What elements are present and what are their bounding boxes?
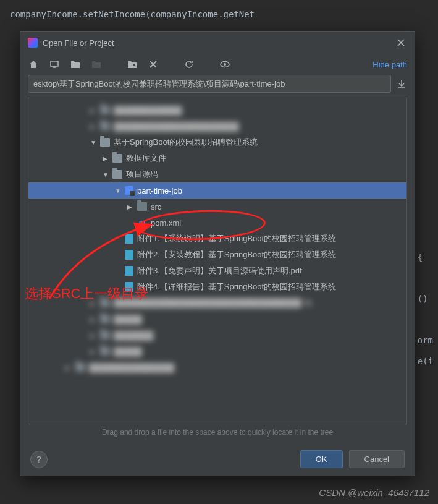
path-input[interactable] — [28, 75, 391, 93]
watermark: CSDN @weixin_46437112 — [319, 487, 429, 498]
tree-row-attachment[interactable]: ▶附件2.【安装教程】基于SpringBoot的校园招聘管理系统 — [28, 247, 406, 263]
tree-row-root[interactable]: ▼基于SpringBoot的校园兼职招聘管理系统 — [28, 134, 406, 150]
project-folder-icon[interactable] — [70, 59, 81, 70]
tree-row-blurred[interactable]: ▶█████ — [28, 343, 406, 359]
open-file-dialog: Open File or Project — [20, 31, 415, 476]
button-row: ? OK Cancel — [20, 443, 415, 476]
tree-row-src[interactable]: ▶src — [28, 199, 406, 215]
desktop-icon[interactable] — [49, 59, 60, 70]
tree-row-blurred[interactable]: ▶█████ — [28, 311, 406, 327]
svg-rect-0 — [51, 61, 58, 66]
module-folder-icon[interactable] — [91, 59, 102, 70]
file-tree[interactable]: ▶████████████ ▶██████████████████████ ▼基… — [28, 98, 407, 424]
background-code: companyIncome.setNetIncome(companyIncome… — [0, 0, 438, 28]
tree-label: 项目源码 — [126, 169, 158, 180]
doc-icon — [125, 266, 133, 276]
toolbar: Hide path — [20, 54, 415, 75]
refresh-icon[interactable] — [183, 59, 195, 70]
ok-button[interactable]: OK — [300, 450, 343, 468]
tree-label: 基于SpringBoot的校园兼职招聘管理系统 — [114, 137, 258, 148]
tree-label: 附件1.【系统说明】基于SpringBoot的校园招聘管理系统 — [137, 233, 336, 244]
tree-row-blurred[interactable]: ▶███████████████ — [28, 359, 406, 375]
doc-icon — [125, 282, 133, 292]
svg-point-2 — [224, 63, 226, 66]
tree-label: 数据库文件 — [126, 153, 166, 164]
tree-row-blurred[interactable]: ▶██████████████████████ — [28, 118, 406, 134]
code-line: companyIncome.setNetIncome(companyIncome… — [10, 7, 428, 21]
maven-icon: m — [137, 218, 147, 228]
home-icon[interactable] — [28, 59, 39, 70]
doc-icon — [125, 250, 133, 260]
tree-row-db[interactable]: ▶数据库文件 — [28, 150, 406, 166]
tree-label: src — [151, 202, 161, 211]
tree-label: pom.xml — [151, 218, 181, 228]
tree-row-pom[interactable]: ▶mpom.xml — [28, 215, 406, 231]
help-button[interactable]: ? — [30, 451, 48, 468]
tree-row-source[interactable]: ▼项目源码 — [28, 166, 406, 182]
tree-row-attachment[interactable]: ▶附件1.【系统说明】基于SpringBoot的校园招聘管理系统 — [28, 231, 406, 247]
tree-row-project-selected[interactable]: ▼part-time-job — [28, 182, 406, 199]
side-code-fragment: { () orm e(i — [418, 247, 433, 372]
tree-label: 附件4.【详细报告】基于SpringBoot的校园招聘管理系统 — [137, 281, 336, 293]
dialog-title: Open File or Project — [43, 38, 114, 48]
download-icon[interactable] — [396, 79, 407, 90]
cancel-button[interactable]: Cancel — [349, 450, 405, 468]
hide-path-link[interactable]: Hide path — [373, 60, 407, 69]
dialog-titlebar[interactable]: Open File or Project — [20, 32, 415, 54]
tree-label: 附件3.【免责声明】关于项目源码使用声明.pdf — [137, 265, 302, 276]
intellij-icon — [28, 38, 38, 48]
doc-icon — [125, 234, 133, 244]
hint-text: Drag and drop a file into the space abov… — [20, 424, 415, 443]
tree-label: 附件2.【安装教程】基于SpringBoot的校园招聘管理系统 — [137, 249, 336, 260]
tree-row-blurred[interactable]: ▶███████ — [28, 327, 406, 343]
tree-row-attachment[interactable]: ▶附件4.【详细报告】基于SpringBoot的校园招聘管理系统 — [28, 279, 406, 295]
show-hidden-icon[interactable] — [219, 59, 230, 70]
path-row — [20, 75, 415, 98]
tree-label: part-time-job — [137, 186, 182, 195]
tree-row-attachment[interactable]: ▶附件3.【免责声明】关于项目源码使用声明.pdf — [28, 263, 406, 279]
new-folder-icon[interactable] — [127, 59, 138, 70]
tree-row-blurred[interactable]: ▶█████████████████████████████████ 物. — [28, 295, 406, 311]
close-icon[interactable] — [395, 36, 407, 49]
tree-row-blurred[interactable]: ▶████████████ — [28, 102, 406, 118]
module-icon — [125, 186, 133, 195]
delete-icon[interactable] — [148, 59, 159, 70]
